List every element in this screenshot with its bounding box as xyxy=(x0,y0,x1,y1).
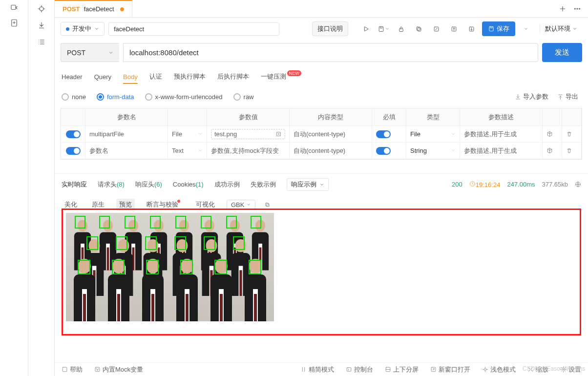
api-desc-button[interactable]: 接口说明 xyxy=(312,21,348,36)
clear-icon[interactable] xyxy=(275,131,282,137)
tab-cookies[interactable]: Cookies(1) xyxy=(173,181,204,188)
lock-icon[interactable] xyxy=(394,22,408,36)
export-params-link[interactable]: 导出 xyxy=(557,92,578,101)
copy-icon[interactable] xyxy=(412,22,425,36)
param-value-input[interactable]: 参数值,支持mock字段变 xyxy=(207,143,290,159)
tab-realtime[interactable]: 实时响应 xyxy=(62,180,87,189)
status-select[interactable]: 开发中 xyxy=(61,22,105,36)
globe-icon[interactable] xyxy=(575,181,581,188)
tab-res-headers[interactable]: 响应头(6) xyxy=(135,180,162,189)
caret-toggle-icon[interactable] xyxy=(10,3,19,12)
svg-rect-20 xyxy=(95,367,100,372)
api-toolbar: 开发中 faceDetect 接口说明 保存 默认环境 xyxy=(55,18,588,40)
response-size: 377.65kb xyxy=(542,181,568,188)
cube-icon[interactable] xyxy=(543,126,562,142)
type-select[interactable]: File xyxy=(406,126,460,142)
footer-compact[interactable]: 精简模式 xyxy=(300,365,334,374)
row-toggle[interactable] xyxy=(66,147,81,155)
required-toggle[interactable] xyxy=(376,130,391,138)
col-content-type: 内容类型 xyxy=(290,108,372,125)
locate-icon[interactable] xyxy=(38,5,45,13)
face-detection-image xyxy=(66,213,274,321)
col-required: 必填 xyxy=(372,108,406,125)
copy-response-icon[interactable] xyxy=(264,202,271,208)
footer-newwindow[interactable]: 新窗口打开 xyxy=(430,365,470,374)
tab-success-example[interactable]: 成功示例 xyxy=(214,180,240,189)
download-icon[interactable] xyxy=(38,21,45,29)
table-row: multipartFile File test.png 自动(content-t… xyxy=(61,126,582,143)
tab-loadtest[interactable]: 一键压测NEW xyxy=(261,69,300,84)
import-params-link[interactable]: 导入参数 xyxy=(515,92,548,101)
more-icon[interactable] xyxy=(573,5,581,13)
footer-help[interactable]: 帮助 xyxy=(62,365,83,374)
run-icon[interactable] xyxy=(359,22,373,36)
tab-header[interactable]: Header xyxy=(62,70,83,84)
svg-rect-6 xyxy=(379,26,383,31)
api-name-input[interactable]: faceDetect xyxy=(108,22,279,36)
new-badge: NEW xyxy=(287,70,301,76)
radio-urlencoded[interactable]: x-www-form-urlencoded xyxy=(145,93,223,101)
param-name-input[interactable]: 参数名 xyxy=(85,143,168,159)
svg-rect-0 xyxy=(11,5,16,10)
save-more-icon[interactable] xyxy=(519,22,533,36)
left-rail xyxy=(0,0,28,376)
save-button[interactable]: 保存 xyxy=(482,21,515,36)
desc-input[interactable]: 参数描述,用于生成 xyxy=(460,143,543,159)
save-dropdown-icon[interactable] xyxy=(377,22,390,36)
tab-query[interactable]: Query xyxy=(94,70,111,84)
status-dot-icon xyxy=(66,27,69,31)
delete-icon[interactable] xyxy=(562,143,582,159)
footer-mock[interactable]: 内置Mock变量 xyxy=(94,365,143,374)
response-preview xyxy=(62,209,581,335)
send-button[interactable]: 发送 xyxy=(542,43,582,62)
export-arrow-icon[interactable] xyxy=(447,22,461,36)
tab-facedetect[interactable]: POST faceDetect xyxy=(55,0,132,17)
tab-method: POST xyxy=(63,5,80,13)
tab-body[interactable]: Body xyxy=(123,70,138,84)
tab-postscript[interactable]: 后执行脚本 xyxy=(217,69,249,84)
list-icon[interactable] xyxy=(38,38,45,46)
response-clock: 19:16:24 xyxy=(469,181,501,188)
env-select[interactable]: 默认环境 xyxy=(540,24,582,33)
radio-raw[interactable]: raw xyxy=(233,93,254,101)
desc-input[interactable]: 参数描述,用于生成 xyxy=(460,126,543,142)
content-type-input[interactable]: 自动(content-type) xyxy=(290,126,372,142)
table-row: 参数名 Text 参数值,支持mock字段变 自动(content-type) … xyxy=(61,143,582,159)
plus-icon[interactable] xyxy=(559,5,567,13)
radio-none[interactable]: none xyxy=(62,93,86,101)
cube-icon[interactable] xyxy=(543,143,562,159)
required-toggle[interactable] xyxy=(376,147,391,155)
tab-prescript[interactable]: 预执行脚本 xyxy=(174,69,206,84)
param-kind-select[interactable]: Text xyxy=(168,143,207,159)
method-label: POST xyxy=(67,49,85,57)
row-toggle[interactable] xyxy=(66,130,81,138)
param-name-input[interactable]: multipartFile xyxy=(85,126,168,142)
tab-req-headers[interactable]: 请求头(8) xyxy=(98,180,125,189)
method-select[interactable]: POST xyxy=(61,43,119,62)
response-header: 实时响应 请求头(8) 响应头(6) Cookies(1) 成功示例 失败示例 … xyxy=(55,173,588,195)
import-arrow-icon[interactable] xyxy=(464,22,478,36)
param-kind-select[interactable]: File xyxy=(168,126,207,142)
request-tabs: Header Query Body 认证 预执行脚本 后执行脚本 一键压测NEW xyxy=(55,68,588,85)
footer-console[interactable]: 控制台 xyxy=(346,365,373,374)
save-label: 保存 xyxy=(497,24,509,33)
delete-icon[interactable] xyxy=(562,126,582,142)
svg-rect-21 xyxy=(347,368,351,372)
url-input[interactable]: localhost:8080/detect xyxy=(123,43,538,62)
notification-dot-icon xyxy=(177,200,180,203)
tab-auth[interactable]: 认证 xyxy=(149,69,162,84)
minimize-icon[interactable] xyxy=(429,22,443,36)
footer-split[interactable]: 上下分屏 xyxy=(385,365,419,374)
footer-theme[interactable]: 浅色模式 xyxy=(482,365,516,374)
watermark: CSDN @EasonWilliams xyxy=(523,365,585,372)
col-value: 参数值 xyxy=(207,108,290,125)
left-toolbar xyxy=(28,0,55,376)
response-duration: 247.00ms xyxy=(507,181,535,188)
new-file-icon[interactable] xyxy=(10,19,19,27)
tab-fail-example[interactable]: 失败示例 xyxy=(251,180,276,189)
radio-form-data[interactable]: form-data xyxy=(97,93,134,101)
type-select[interactable]: String xyxy=(406,143,460,159)
param-value-file[interactable]: test.png xyxy=(207,126,290,142)
response-example-select[interactable]: 响应示例 xyxy=(287,178,329,191)
content-type-input[interactable]: 自动(content-type) xyxy=(290,143,372,159)
